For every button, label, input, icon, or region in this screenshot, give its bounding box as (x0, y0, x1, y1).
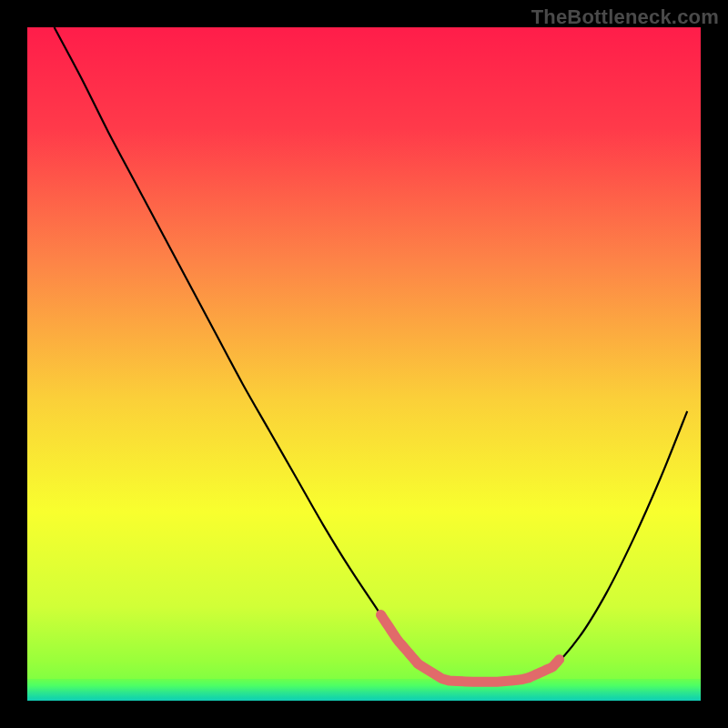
emphasis-segments (381, 615, 560, 682)
emphasis-segment (529, 660, 559, 678)
curve-line (55, 27, 688, 682)
plot-area (27, 27, 701, 701)
bottleneck-curve (27, 27, 701, 701)
chart-frame: TheBottleneck.com (0, 0, 728, 728)
watermark-text: TheBottleneck.com (531, 5, 719, 29)
emphasis-segment (381, 615, 419, 664)
emphasis-segment (418, 663, 529, 682)
